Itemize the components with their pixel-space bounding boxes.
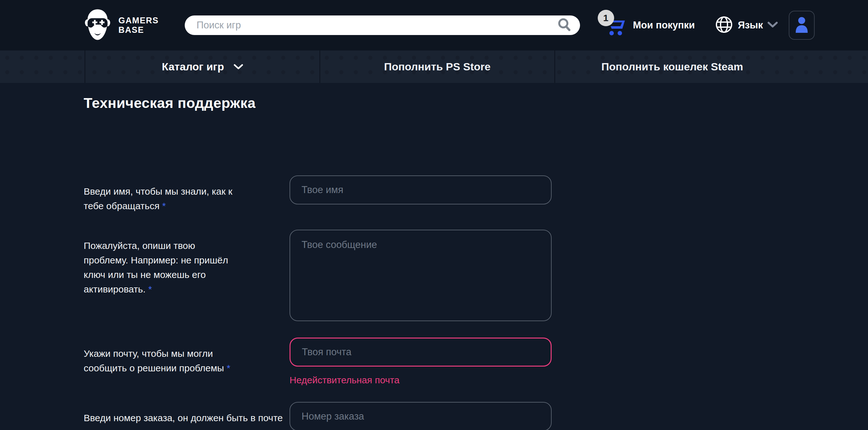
required-asterisk: * [162, 201, 166, 211]
chevron-down-icon[interactable] [767, 22, 778, 29]
nav-item-label: Пополнить PS Store [384, 61, 490, 73]
main-content: Техническая поддержка Введи имя, чтобы м… [0, 83, 868, 430]
form-row-order: Введи номер заказа, он должен быть в поч… [84, 402, 868, 430]
field-label: Введи имя, чтобы мы знали, как к тебе об… [84, 175, 289, 213]
nav-item-label: Пополнить кошелек Steam [601, 61, 743, 73]
logo-text: GAMERS BASE [118, 16, 159, 35]
required-asterisk: * [227, 363, 230, 373]
page-title: Техническая поддержка [84, 95, 868, 111]
gamer-mask-icon [84, 7, 112, 43]
nav-item-label: Каталог игр [162, 61, 224, 73]
email-input[interactable] [289, 337, 552, 367]
field-label: Введи номер заказа, он должен быть в поч… [84, 402, 289, 430]
logo-line2: BASE [118, 25, 159, 35]
nav-spacer [0, 51, 85, 83]
nav-item-steam-wallet[interactable]: Пополнить кошелек Steam [554, 51, 789, 83]
search-input[interactable] [185, 15, 580, 35]
person-icon [794, 16, 810, 34]
search-icon[interactable] [557, 18, 571, 33]
my-purchases-link[interactable]: Мои покупки [633, 20, 695, 31]
header-actions: 1 Мои покупки [603, 11, 815, 40]
cart-badge: 1 [598, 10, 614, 26]
chevron-down-icon [234, 64, 243, 70]
order-number-input[interactable] [289, 402, 552, 430]
cart-button[interactable]: 1 [603, 13, 625, 37]
form-row-message: Пожалуйста, опиши твою проблему. Наприме… [84, 230, 868, 321]
nav-item-catalog[interactable]: Каталог игр [85, 51, 319, 83]
language-selector[interactable]: Язык [738, 20, 763, 31]
email-error-message: Недействительная почта [289, 375, 552, 386]
support-form: Введи имя, чтобы мы знали, как к тебе об… [84, 175, 868, 430]
logo[interactable]: GAMERS BASE [84, 7, 159, 43]
globe-icon[interactable] [715, 16, 733, 35]
field-label: Укажи почту, чтобы мы могли сообщить о р… [84, 337, 289, 386]
profile-button[interactable] [789, 11, 815, 40]
support-page: GAMERS BASE 1 [0, 0, 868, 430]
nav-spacer [789, 51, 868, 83]
nav-item-ps-store[interactable]: Пополнить PS Store [319, 51, 554, 83]
message-textarea[interactable] [289, 230, 552, 321]
name-input[interactable] [289, 175, 552, 204]
search-bar [185, 15, 580, 35]
logo-line1: GAMERS [118, 16, 159, 25]
field-label: Пожалуйста, опиши твою проблему. Наприме… [84, 230, 289, 321]
header: GAMERS BASE 1 [0, 0, 868, 51]
form-row-name: Введи имя, чтобы мы знали, как к тебе об… [84, 175, 868, 213]
form-row-email: Укажи почту, чтобы мы могли сообщить о р… [84, 337, 868, 386]
required-asterisk: * [148, 284, 152, 294]
nav-bar: Каталог игр Пополнить PS Store Пополнить… [0, 51, 868, 83]
